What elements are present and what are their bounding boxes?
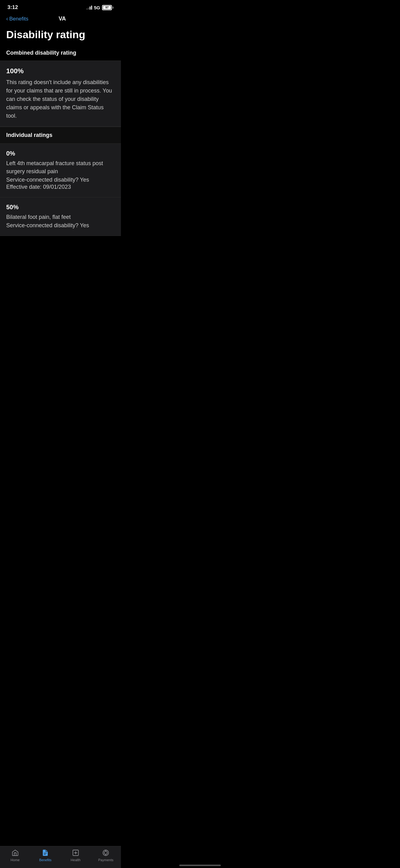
rating-1-service-connected: Service-connected disability? Yes [6, 177, 115, 183]
content-area: Disability rating Combined disability ra… [0, 26, 121, 264]
rating-1-name: Left 4th metacarpal fracture status post… [6, 160, 115, 175]
rating-2-service-connected: Service-connected disability? Yes [6, 222, 115, 229]
signal-bar-3 [90, 6, 91, 10]
combined-rating-card: 100% This rating doesn't include any dis… [0, 61, 121, 127]
status-time: 3:12 [7, 4, 18, 10]
rating-item-1: 0% Left 4th metacarpal fracture status p… [0, 144, 121, 197]
battery-icon: 97 [102, 5, 112, 10]
rating-item-2: 50% Bilateral foot pain, flat feet Servi… [0, 197, 121, 236]
network-type: 5G [94, 5, 100, 10]
page-title-section: Disability rating [0, 26, 121, 45]
signal-bars [87, 5, 92, 10]
nav-bar: ‹ Benefits VA [0, 13, 121, 26]
nav-back-label: Benefits [9, 16, 28, 22]
nav-back-button[interactable]: ‹ Benefits [6, 16, 28, 22]
rating-1-effective-date: Effective date: 09/01/2023 [6, 184, 115, 190]
individual-section-header: Individual ratings [0, 127, 121, 144]
status-right: 5G 97 [87, 5, 113, 10]
combined-section-header: Combined disability rating [0, 45, 121, 61]
status-bar: 3:12 5G 97 [0, 0, 121, 13]
nav-title: VA [28, 16, 96, 22]
combined-header-title: Combined disability rating [6, 50, 76, 56]
battery-tip [112, 6, 113, 9]
rating-2-percentage: 50% [6, 204, 115, 211]
signal-bar-4 [91, 6, 92, 10]
individual-header-title: Individual ratings [6, 132, 53, 138]
page-title: Disability rating [6, 29, 115, 40]
combined-rating-percentage: 100% [6, 67, 115, 75]
signal-bar-2 [88, 7, 89, 10]
back-chevron-icon: ‹ [6, 16, 8, 22]
rating-2-name: Bilateral foot pain, flat feet [6, 213, 115, 221]
signal-bar-1 [87, 8, 88, 10]
battery-container: 97 [102, 5, 113, 10]
battery-level: 97 [103, 6, 111, 9]
rating-1-percentage: 0% [6, 150, 115, 157]
combined-rating-description: This rating doesn't include any disabili… [6, 78, 115, 120]
